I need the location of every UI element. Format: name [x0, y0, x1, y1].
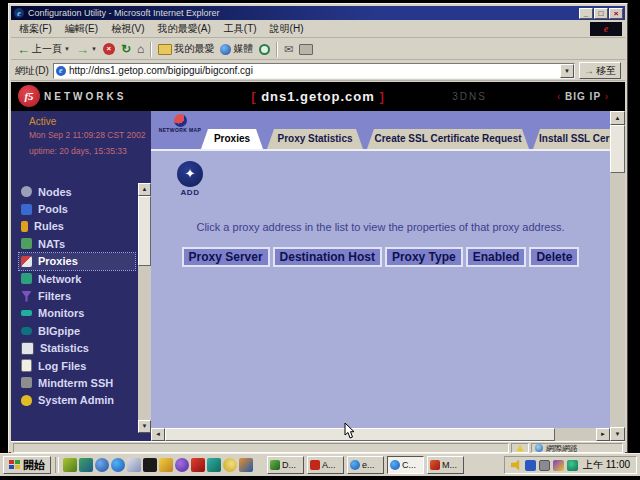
sidebar-item-monitors[interactable]: Monitors [19, 305, 135, 322]
quick-launch-icon[interactable] [207, 458, 221, 472]
quick-launch-icon[interactable] [223, 458, 237, 472]
sidebar-item-network[interactable]: Network [19, 270, 135, 287]
display-icon[interactable] [539, 460, 550, 471]
nav-3dns[interactable]: 3DNS [452, 91, 487, 102]
sidebar-item-pools[interactable]: Pools [19, 200, 135, 217]
address-dropdown-icon[interactable]: ▼ [560, 64, 574, 78]
horizontal-scrollbar[interactable]: ◄ ► [151, 428, 610, 441]
task-window-button[interactable]: A... [307, 456, 344, 474]
task-window-button[interactable]: D... [267, 456, 304, 474]
menu-file[interactable]: 檔案(F) [19, 22, 52, 36]
sidebar-item-statistics[interactable]: Statistics [19, 340, 135, 357]
sidebar-item-nats[interactable]: NATs [19, 235, 135, 252]
sidebar-item-system-admin[interactable]: System Admin [19, 392, 135, 409]
forward-button[interactable]: → ▼ [76, 42, 97, 57]
menu-edit[interactable]: 編輯(E) [65, 22, 98, 36]
log-files-icon [21, 359, 32, 372]
address-field[interactable]: e ▼ [53, 63, 575, 79]
quick-launch-icon[interactable] [175, 458, 189, 472]
sidebar-scrollbar[interactable]: ▲ ▼ [138, 183, 151, 433]
task-window-button[interactable]: e... [347, 456, 384, 474]
tray-icon[interactable] [553, 460, 564, 471]
scroll-down-icon[interactable]: ▼ [138, 420, 151, 433]
scroll-down-icon[interactable]: ▼ [610, 427, 625, 441]
scrollbar-thumb[interactable] [165, 428, 555, 441]
quick-launch-icon[interactable] [111, 458, 125, 472]
scroll-left-icon[interactable]: ◄ [151, 428, 165, 441]
sidebar-item-nodes[interactable]: Nodes [19, 183, 135, 200]
media-button[interactable]: 媒體 [220, 42, 253, 56]
sidebar-item-label: Proxies [38, 255, 78, 267]
quick-launch-icon[interactable] [159, 458, 173, 472]
scroll-up-icon[interactable]: ▲ [610, 111, 625, 125]
sidebar-item-proxies[interactable]: Proxies [19, 253, 135, 270]
column-header-destination-host[interactable]: Destination Host [273, 247, 382, 267]
task-window-button-active[interactable]: C... [387, 456, 424, 474]
quick-launch-icon[interactable] [63, 458, 77, 472]
home-icon[interactable]: ⌂ [137, 42, 144, 56]
maximize-button[interactable]: □ [594, 8, 608, 19]
quick-launch-icon[interactable] [127, 458, 141, 472]
menu-help[interactable]: 說明(H) [270, 22, 304, 36]
nav-bigip[interactable]: ‹ BIG IP › [557, 91, 609, 102]
tray-icon[interactable] [525, 460, 536, 471]
mindterm-ssh-icon [21, 377, 32, 388]
history-icon[interactable] [259, 44, 270, 55]
close-button[interactable]: × [609, 8, 623, 19]
add-proxy-button[interactable]: ✦ ADD [169, 161, 211, 197]
scrollbar-thumb[interactable] [610, 125, 625, 173]
title-bar[interactable]: e Configuration Utility - Microsoft Inte… [11, 6, 625, 20]
sidebar-item-label: NATs [38, 238, 65, 250]
sidebar-item-mindterm-ssh[interactable]: Mindterm SSH [19, 374, 135, 391]
column-header-proxy-type[interactable]: Proxy Type [385, 247, 463, 267]
quick-launch-icon[interactable] [143, 458, 157, 472]
tray-icon[interactable] [567, 460, 578, 471]
ie-throbber: e [590, 22, 622, 36]
print-icon[interactable] [299, 44, 313, 55]
tab-proxy-statistics[interactable]: Proxy Statistics [267, 129, 363, 149]
instruction-text: Click a proxy address in the list to vie… [151, 221, 610, 233]
sidebar-item-label: BIGpipe [38, 325, 80, 337]
scrollbar-thumb[interactable] [138, 196, 151, 266]
address-input[interactable] [69, 65, 557, 76]
refresh-icon[interactable]: ↻ [121, 42, 131, 56]
menu-tools[interactable]: 工具(T) [224, 22, 257, 36]
scroll-right-icon[interactable]: ► [596, 428, 610, 441]
forward-dropdown-icon[interactable]: ▼ [91, 46, 97, 52]
menu-view[interactable]: 檢視(V) [111, 22, 144, 36]
task-window-button[interactable]: M... [427, 456, 464, 474]
f5-brand-header: f5 NETWORKS [ dns1.getop.com ] 3DNS ‹ BI… [11, 82, 625, 111]
window-app-icon [270, 460, 280, 470]
back-button[interactable]: ← 上一頁 ▼ [17, 42, 70, 57]
quick-launch-icon[interactable] [191, 458, 205, 472]
sidebar-item-log-files[interactable]: Log Files [19, 357, 135, 374]
column-header-delete[interactable]: Delete [529, 247, 579, 267]
start-button[interactable]: 開始 [3, 456, 51, 474]
column-header-proxy-server[interactable]: Proxy Server [182, 247, 270, 267]
network-map-button[interactable]: NETWORK MAP [157, 114, 203, 133]
go-button[interactable]: → 移至 [579, 62, 621, 79]
back-dropdown-icon[interactable]: ▼ [64, 46, 70, 52]
tab-proxies[interactable]: Proxies [201, 129, 263, 149]
status-alert-panel [511, 443, 529, 453]
quick-launch-icon[interactable] [79, 458, 93, 472]
tab-create-ssl-certificate-request[interactable]: Create SSL Certificate Request [367, 129, 529, 149]
favorites-button[interactable]: 我的最愛 [158, 42, 214, 56]
taskbar-clock[interactable]: 上午 11:00 [581, 458, 630, 472]
mail-icon[interactable]: ✉ [284, 43, 293, 56]
scroll-up-icon[interactable]: ▲ [138, 183, 151, 196]
sidebar-item-filters[interactable]: Filters [19, 287, 135, 304]
status-zone-panel: 網際網路 [531, 443, 623, 453]
vertical-scrollbar[interactable]: ▲ ▼ [610, 111, 625, 441]
sidebar-item-rules[interactable]: Rules [19, 218, 135, 235]
stop-icon[interactable]: × [103, 43, 115, 55]
task-button-label: A... [322, 460, 336, 470]
sidebar-item-bigpipe[interactable]: BIGpipe [19, 322, 135, 339]
column-header-enabled[interactable]: Enabled [466, 247, 527, 267]
quick-launch-icon[interactable] [239, 458, 253, 472]
menu-favorites[interactable]: 我的最愛(A) [157, 22, 210, 36]
screen: e Configuration Utility - Microsoft Inte… [0, 0, 640, 480]
minimize-button[interactable]: _ [579, 8, 593, 19]
quick-launch-icon[interactable] [95, 458, 109, 472]
volume-icon[interactable] [511, 460, 522, 471]
